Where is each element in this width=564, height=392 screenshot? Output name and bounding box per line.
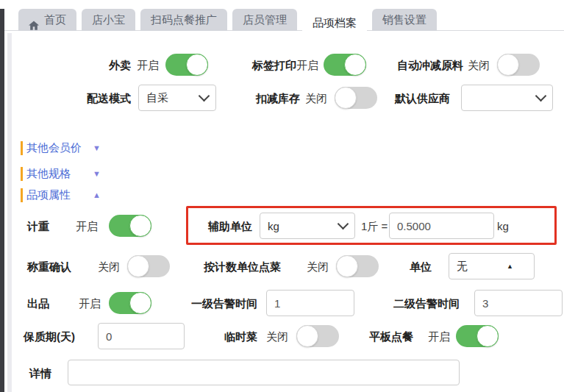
delivery-mode-value: 自采 <box>146 91 168 105</box>
chevron-down-icon <box>199 90 210 102</box>
tab-label: 销售设置 <box>382 9 426 31</box>
auto-deduct-material-status: 关闭 <box>468 59 490 73</box>
jin-conversion-suffix: kg <box>497 220 509 232</box>
aux-unit-label: 辅助单位 <box>208 220 252 234</box>
label-print-label: 标签打印 <box>252 59 296 73</box>
shelf-life-label: 保质期(天) <box>24 330 75 344</box>
auto-deduct-material-toggle[interactable] <box>497 54 540 76</box>
tab-label: 扫码点餐推广 <box>151 9 217 31</box>
deduct-stock-status: 关闭 <box>305 92 327 106</box>
takeout-label: 外卖 <box>109 59 131 73</box>
tab-sales-settings[interactable]: 销售设置 <box>372 9 437 31</box>
collapse-arrow-icon[interactable]: ▼ <box>93 169 101 178</box>
item-archive-settings-page: 首页 店小宝 扫码点餐推广 店员管理 品项档案 销售设置 外卖 开启 标签打印 … <box>0 0 564 392</box>
weigh-confirm-label: 称重确认 <box>27 260 71 274</box>
tab-item-archive[interactable]: 品项档案 <box>302 9 367 36</box>
produce-status: 开启 <box>79 297 101 311</box>
toggle-knob <box>336 255 358 277</box>
weighing-status: 开启 <box>76 220 98 234</box>
toggle-knob <box>186 54 208 76</box>
toggle-knob <box>129 215 151 237</box>
tab-staff-management[interactable]: 店员管理 <box>232 9 297 31</box>
auto-deduct-material-label: 自动冲减原料 <box>397 59 463 73</box>
alert-time-2-value: 3 <box>482 297 488 310</box>
unit-select[interactable]: 无 ▲ <box>449 253 535 279</box>
detail-input[interactable] <box>68 360 460 385</box>
alert-time-1-value: 1 <box>274 297 280 310</box>
weighing-toggle[interactable] <box>109 215 151 237</box>
alert-time-1-label: 一级告警时间 <box>191 297 257 311</box>
section-item-attributes[interactable]: 品项属性 <box>21 188 71 202</box>
takeout-toggle[interactable] <box>165 54 208 76</box>
tab-label: 店小宝 <box>92 9 125 31</box>
jin-conversion-value: 0.5000 <box>397 220 431 232</box>
section-other-member-price[interactable]: 其他会员价 <box>21 141 82 155</box>
weigh-confirm-status: 关闭 <box>98 260 120 274</box>
label-print-toggle[interactable] <box>324 54 366 76</box>
temp-dish-label: 临时菜 <box>224 330 257 344</box>
delivery-mode-select[interactable]: 自采 <box>138 85 216 111</box>
tab-scan-order-promo[interactable]: 扫码点餐推广 <box>140 9 227 31</box>
tab-home[interactable]: 首页 <box>18 9 76 31</box>
aux-unit-value: kg <box>268 220 279 232</box>
label-print-status: 开启 <box>296 59 318 73</box>
tab-bar: 首页 店小宝 扫码点餐推广 店员管理 品项档案 销售设置 <box>18 9 437 36</box>
deduct-stock-label: 扣减库存 <box>256 92 300 106</box>
produce-label: 出品 <box>27 297 49 311</box>
order-by-count-unit-label: 按计数单位点菜 <box>204 260 281 274</box>
temp-dish-status: 关闭 <box>266 330 288 344</box>
order-by-count-unit-status: 关闭 <box>307 260 329 274</box>
alert-time-2-input[interactable]: 3 <box>474 290 563 316</box>
unit-value: 无 <box>457 260 468 274</box>
takeout-status: 开启 <box>137 59 159 73</box>
tablet-order-toggle[interactable] <box>456 325 499 347</box>
tab-label: 品项档案 <box>313 9 357 36</box>
shelf-life-input[interactable]: 0 <box>98 323 185 349</box>
section-other-spec[interactable]: 其他规格 <box>21 167 71 181</box>
toggle-knob <box>497 54 519 76</box>
tablet-order-label: 平板点餐 <box>369 330 413 344</box>
weighing-label: 计重 <box>27 220 49 234</box>
default-supplier-label: 默认供应商 <box>395 92 450 106</box>
temp-dish-toggle[interactable] <box>296 325 339 347</box>
tablet-order-status: 开启 <box>428 330 450 344</box>
detail-label: 详情 <box>29 367 51 381</box>
chevron-down-icon <box>338 218 349 230</box>
toggle-knob <box>476 325 499 347</box>
unit-label: 单位 <box>410 260 432 274</box>
tab-dianxiaobao[interactable]: 店小宝 <box>82 9 135 31</box>
chevron-down-icon <box>535 90 547 102</box>
delivery-mode-label: 配送模式 <box>87 92 131 106</box>
weigh-confirm-toggle[interactable] <box>127 255 170 277</box>
toggle-knob <box>129 292 151 314</box>
produce-toggle[interactable] <box>109 292 151 314</box>
toggle-knob <box>335 87 357 109</box>
jin-conversion-label: 1斤 = <box>361 220 388 234</box>
tab-label: 首页 <box>44 9 66 31</box>
tab-label: 店员管理 <box>243 9 287 31</box>
default-supplier-select[interactable] <box>461 85 553 111</box>
alert-time-1-input[interactable]: 1 <box>266 290 354 316</box>
toggle-knob <box>344 54 366 76</box>
alert-time-2-label: 二级告警时间 <box>393 297 460 311</box>
shelf-life-value: 0 <box>106 330 112 343</box>
order-by-count-unit-toggle[interactable] <box>336 255 379 277</box>
collapse-arrow-icon[interactable]: ▼ <box>93 143 101 152</box>
home-icon <box>29 15 39 25</box>
deduct-stock-toggle[interactable] <box>335 87 377 109</box>
toggle-knob <box>127 255 149 277</box>
triangle-up-icon: ▲ <box>507 263 513 270</box>
jin-conversion-input[interactable]: 0.5000 <box>389 213 494 239</box>
aux-unit-select[interactable]: kg <box>260 213 355 239</box>
expand-arrow-icon[interactable]: ▲ <box>93 190 101 199</box>
collapsed-sidebar-edge <box>0 9 4 392</box>
toggle-knob <box>296 325 318 347</box>
left-panel-divider <box>7 33 12 392</box>
